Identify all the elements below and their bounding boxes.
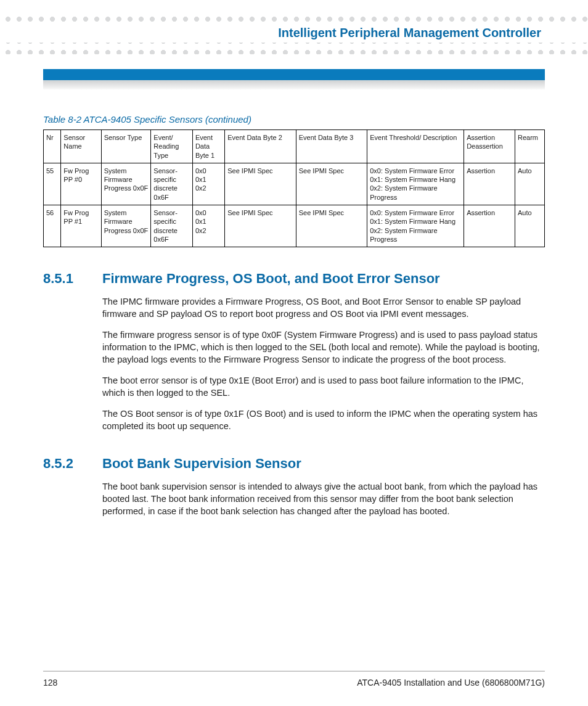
th-reading: Event/ Reading Type [151, 130, 193, 163]
page-header-title: Intelligent Peripheral Management Contro… [274, 26, 545, 40]
table-row: 55 Fw Prog PP #0 System Firmware Progres… [44, 163, 545, 205]
header-blue-bar [43, 69, 545, 80]
cell-b2: See IPMI Spec [225, 163, 296, 205]
cell-nr: 55 [44, 163, 61, 205]
paragraph: The firmware progress sensor is of type … [102, 329, 545, 366]
section-heading: 8.5.2 Boot Bank Supervision Sensor [43, 456, 545, 472]
section-title: Boot Bank Supervision Sensor [102, 456, 301, 472]
section-title: Firmware Progress, OS Boot, and Boot Err… [102, 271, 440, 287]
th-b1: Event Data Byte 1 [192, 130, 224, 163]
th-type: Sensor Type [101, 130, 151, 163]
th-rearm: Rearm [515, 130, 544, 163]
th-ad: Assertion Deassertion [464, 130, 515, 163]
cell-b2: See IPMI Spec [225, 205, 296, 247]
th-thr: Event Threshold/ Description [367, 130, 464, 163]
cell-b3: See IPMI Spec [296, 163, 367, 205]
cell-type: System Firmware Progress 0x0F [101, 205, 151, 247]
section-number: 8.5.1 [43, 271, 102, 287]
cell-type: System Firmware Progress 0x0F [101, 163, 151, 205]
cell-reading: Sensor-specific discrete 0x6F [151, 163, 193, 205]
cell-ad: Assertion [464, 163, 515, 205]
paragraph: The boot bank supervision sensor is inte… [102, 480, 545, 517]
paragraph: The OS Boot sensor is of type 0x1F (OS B… [102, 408, 545, 432]
cell-nr: 56 [44, 205, 61, 247]
cell-ad: Assertion [464, 205, 515, 247]
footer-doc-id: ATCA-9405 Installation and Use (6806800M… [357, 678, 545, 688]
footer-page-number: 128 [43, 678, 57, 688]
sensors-table: Nr Sensor Name Sensor Type Event/ Readin… [43, 129, 545, 247]
table-row: 56 Fw Prog PP #1 System Firmware Progres… [44, 205, 545, 247]
footer-rule [43, 671, 545, 671]
section-number: 8.5.2 [43, 456, 102, 472]
cell-thr: 0x0: System Firmware Error 0x1: System F… [367, 163, 464, 205]
table-header-row: Nr Sensor Name Sensor Type Event/ Readin… [44, 130, 545, 163]
th-nr: Nr [44, 130, 61, 163]
cell-b1: 0x0 0x1 0x2 [192, 205, 224, 247]
cell-name: Fw Prog PP #1 [61, 205, 101, 247]
th-b2: Event Data Byte 2 [225, 130, 296, 163]
cell-thr: 0x0: System Firmware Error 0x1: System F… [367, 205, 464, 247]
cell-b1: 0x0 0x1 0x2 [192, 163, 224, 205]
table-caption: Table 8-2 ATCA-9405 Specific Sensors (co… [43, 114, 545, 125]
page-content: Table 8-2 ATCA-9405 Specific Sensors (co… [43, 114, 545, 526]
th-name: Sensor Name [61, 130, 101, 163]
cell-rearm: Auto [515, 163, 544, 205]
header-gray-bar [43, 80, 545, 90]
section-body: The IPMC firmware provides a Firmware Pr… [102, 295, 545, 432]
cell-b3: See IPMI Spec [296, 205, 367, 247]
cell-name: Fw Prog PP #0 [61, 163, 101, 205]
cell-rearm: Auto [515, 205, 544, 247]
paragraph: The IPMC firmware provides a Firmware Pr… [102, 295, 545, 320]
th-b3: Event Data Byte 3 [296, 130, 367, 163]
paragraph: The boot error sensor is of type 0x1E (B… [102, 374, 545, 399]
page-footer: 128 ATCA-9405 Installation and Use (6806… [43, 678, 545, 688]
section-body: The boot bank supervision sensor is inte… [102, 480, 545, 517]
section-heading: 8.5.1 Firmware Progress, OS Boot, and Bo… [43, 271, 545, 287]
cell-reading: Sensor-specific discrete 0x6F [151, 205, 193, 247]
